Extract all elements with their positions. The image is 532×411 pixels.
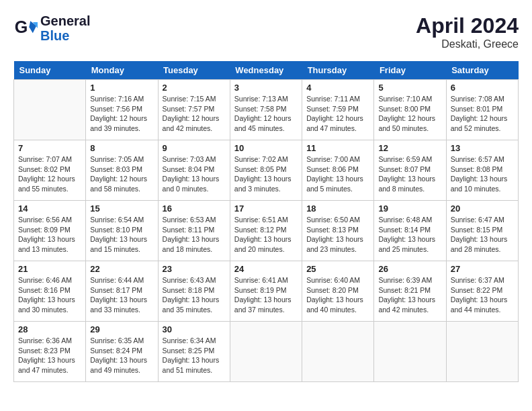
day-info: Sunrise: 7:05 AMSunset: 8:03 PMDaylight:… <box>90 154 153 194</box>
calendar-cell <box>374 322 446 382</box>
day-number: 13 <box>451 143 514 153</box>
calendar-cell: 29Sunrise: 6:35 AMSunset: 8:24 PMDayligh… <box>86 322 158 382</box>
day-info: Sunrise: 6:37 AMSunset: 8:22 PMDaylight:… <box>451 275 514 315</box>
logo-icon: G <box>13 16 38 40</box>
header-day-thursday: Thursday <box>302 61 374 80</box>
day-info: Sunrise: 6:44 AMSunset: 8:17 PMDaylight:… <box>90 275 153 315</box>
calendar-title: April 2024 <box>416 13 519 38</box>
calendar-cell: 1Sunrise: 7:16 AMSunset: 7:56 PMDaylight… <box>86 80 158 140</box>
day-number: 20 <box>451 203 514 214</box>
calendar-cell: 13Sunrise: 6:57 AMSunset: 8:08 PMDayligh… <box>446 140 518 201</box>
day-info: Sunrise: 7:00 AMSunset: 8:06 PMDaylight:… <box>306 154 369 194</box>
day-number: 3 <box>234 83 298 93</box>
day-info: Sunrise: 6:56 AMSunset: 8:09 PMDaylight:… <box>18 215 81 255</box>
day-number: 27 <box>451 264 514 274</box>
day-info: Sunrise: 6:51 AMSunset: 8:12 PMDaylight:… <box>234 215 298 255</box>
page-header: G General Blue April 2024 Deskati, Greec… <box>13 13 519 50</box>
calendar-cell: 18Sunrise: 6:50 AMSunset: 8:13 PMDayligh… <box>302 201 374 261</box>
svg-text:G: G <box>15 17 28 36</box>
calendar-cell: 15Sunrise: 6:54 AMSunset: 8:10 PMDayligh… <box>86 201 158 261</box>
calendar-cell: 4Sunrise: 7:11 AMSunset: 7:59 PMDaylight… <box>302 80 374 140</box>
day-number: 17 <box>234 203 298 214</box>
day-number: 9 <box>163 143 226 153</box>
day-info: Sunrise: 6:40 AMSunset: 8:20 PMDaylight:… <box>306 275 369 315</box>
day-number: 25 <box>306 264 369 274</box>
header-row: SundayMondayTuesdayWednesdayThursdayFrid… <box>14 61 519 80</box>
day-number: 15 <box>90 203 153 214</box>
calendar-cell: 24Sunrise: 6:41 AMSunset: 8:19 PMDayligh… <box>230 261 302 322</box>
day-info: Sunrise: 7:16 AMSunset: 7:56 PMDaylight:… <box>90 94 153 134</box>
title-block: April 2024 Deskati, Greece <box>416 13 519 50</box>
day-info: Sunrise: 7:15 AMSunset: 7:57 PMDaylight:… <box>163 94 226 134</box>
header-day-saturday: Saturday <box>446 61 518 80</box>
calendar-cell: 25Sunrise: 6:40 AMSunset: 8:20 PMDayligh… <box>302 261 374 322</box>
day-number: 6 <box>451 83 514 93</box>
day-number: 1 <box>90 83 153 93</box>
calendar-body: 1Sunrise: 7:16 AMSunset: 7:56 PMDaylight… <box>14 80 519 382</box>
calendar-cell <box>14 80 86 140</box>
week-row-4: 21Sunrise: 6:46 AMSunset: 8:16 PMDayligh… <box>14 261 519 322</box>
calendar-cell: 27Sunrise: 6:37 AMSunset: 8:22 PMDayligh… <box>446 261 518 322</box>
day-number: 26 <box>378 264 441 274</box>
week-row-5: 28Sunrise: 6:36 AMSunset: 8:23 PMDayligh… <box>14 322 519 382</box>
day-info: Sunrise: 6:50 AMSunset: 8:13 PMDaylight:… <box>306 215 369 255</box>
week-row-1: 1Sunrise: 7:16 AMSunset: 7:56 PMDaylight… <box>14 80 519 140</box>
day-info: Sunrise: 7:03 AMSunset: 8:04 PMDaylight:… <box>163 154 226 194</box>
day-number: 30 <box>163 324 226 334</box>
day-info: Sunrise: 7:02 AMSunset: 8:05 PMDaylight:… <box>234 154 298 194</box>
day-info: Sunrise: 6:47 AMSunset: 8:15 PMDaylight:… <box>451 215 514 255</box>
calendar-cell <box>302 322 374 382</box>
day-number: 22 <box>90 264 153 274</box>
logo-text: General Blue <box>40 13 90 43</box>
calendar-cell: 20Sunrise: 6:47 AMSunset: 8:15 PMDayligh… <box>446 201 518 261</box>
day-info: Sunrise: 6:36 AMSunset: 8:23 PMDaylight:… <box>18 336 81 375</box>
calendar-cell: 16Sunrise: 6:53 AMSunset: 8:11 PMDayligh… <box>158 201 230 261</box>
calendar-cell: 22Sunrise: 6:44 AMSunset: 8:17 PMDayligh… <box>86 261 158 322</box>
week-row-2: 7Sunrise: 7:07 AMSunset: 8:02 PMDaylight… <box>14 140 519 201</box>
day-info: Sunrise: 7:13 AMSunset: 7:58 PMDaylight:… <box>234 94 298 134</box>
day-info: Sunrise: 7:08 AMSunset: 8:01 PMDaylight:… <box>451 94 514 134</box>
calendar-cell: 19Sunrise: 6:48 AMSunset: 8:14 PMDayligh… <box>374 201 446 261</box>
calendar-cell <box>446 322 518 382</box>
calendar-cell: 3Sunrise: 7:13 AMSunset: 7:58 PMDaylight… <box>230 80 302 140</box>
day-info: Sunrise: 6:53 AMSunset: 8:11 PMDaylight:… <box>163 215 226 255</box>
calendar-table: SundayMondayTuesdayWednesdayThursdayFrid… <box>13 61 519 382</box>
day-info: Sunrise: 6:59 AMSunset: 8:07 PMDaylight:… <box>378 154 441 194</box>
day-info: Sunrise: 6:34 AMSunset: 8:25 PMDaylight:… <box>163 336 226 375</box>
day-number: 12 <box>378 143 441 153</box>
day-number: 8 <box>90 143 153 153</box>
day-info: Sunrise: 7:11 AMSunset: 7:59 PMDaylight:… <box>306 94 369 134</box>
header-day-friday: Friday <box>374 61 446 80</box>
calendar-cell: 11Sunrise: 7:00 AMSunset: 8:06 PMDayligh… <box>302 140 374 201</box>
calendar-cell: 17Sunrise: 6:51 AMSunset: 8:12 PMDayligh… <box>230 201 302 261</box>
calendar-cell: 21Sunrise: 6:46 AMSunset: 8:16 PMDayligh… <box>14 261 86 322</box>
header-day-sunday: Sunday <box>14 61 86 80</box>
calendar-cell: 5Sunrise: 7:10 AMSunset: 8:00 PMDaylight… <box>374 80 446 140</box>
day-info: Sunrise: 6:57 AMSunset: 8:08 PMDaylight:… <box>451 154 514 194</box>
day-info: Sunrise: 7:10 AMSunset: 8:00 PMDaylight:… <box>378 94 441 134</box>
day-number: 21 <box>18 264 81 274</box>
day-number: 24 <box>234 264 298 274</box>
day-info: Sunrise: 6:43 AMSunset: 8:18 PMDaylight:… <box>163 275 226 315</box>
calendar-cell: 9Sunrise: 7:03 AMSunset: 8:04 PMDaylight… <box>158 140 230 201</box>
day-number: 29 <box>90 324 153 334</box>
header-day-wednesday: Wednesday <box>230 61 302 80</box>
day-number: 5 <box>378 83 441 93</box>
day-number: 16 <box>163 203 226 214</box>
header-day-tuesday: Tuesday <box>158 61 230 80</box>
header-day-monday: Monday <box>86 61 158 80</box>
day-info: Sunrise: 6:39 AMSunset: 8:21 PMDaylight:… <box>378 275 441 315</box>
day-number: 18 <box>306 203 369 214</box>
day-info: Sunrise: 6:41 AMSunset: 8:19 PMDaylight:… <box>234 275 298 315</box>
calendar-cell: 10Sunrise: 7:02 AMSunset: 8:05 PMDayligh… <box>230 140 302 201</box>
day-number: 19 <box>378 203 441 214</box>
logo: G General Blue <box>13 13 90 43</box>
calendar-subtitle: Deskati, Greece <box>416 38 519 50</box>
calendar-cell: 14Sunrise: 6:56 AMSunset: 8:09 PMDayligh… <box>14 201 86 261</box>
day-number: 7 <box>18 143 81 153</box>
calendar-cell: 6Sunrise: 7:08 AMSunset: 8:01 PMDaylight… <box>446 80 518 140</box>
day-info: Sunrise: 6:46 AMSunset: 8:16 PMDaylight:… <box>18 275 81 315</box>
day-number: 10 <box>234 143 298 153</box>
day-number: 4 <box>306 83 369 93</box>
calendar-cell: 26Sunrise: 6:39 AMSunset: 8:21 PMDayligh… <box>374 261 446 322</box>
